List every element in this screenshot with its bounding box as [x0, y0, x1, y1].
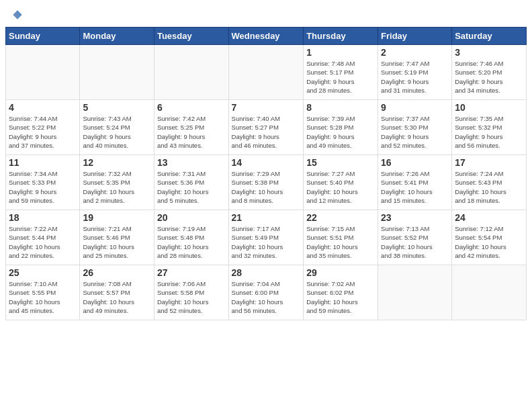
- day-info: Sunrise: 7:10 AMSunset: 5:55 PMDaylight:…: [9, 279, 77, 315]
- day-number: 1: [306, 47, 375, 58]
- day-number: 26: [83, 267, 151, 278]
- calendar-table: SundayMondayTuesdayWednesdayThursdayFrid…: [5, 27, 527, 320]
- day-number: 28: [232, 267, 301, 278]
- calendar-cell: 18Sunrise: 7:22 AMSunset: 5:44 PMDayligh…: [6, 210, 80, 265]
- day-info: Sunrise: 7:15 AMSunset: 5:51 PMDaylight:…: [306, 224, 375, 260]
- day-info: Sunrise: 7:40 AMSunset: 5:27 PMDaylight:…: [232, 114, 301, 150]
- calendar-cell: 3Sunrise: 7:46 AMSunset: 5:20 PMDaylight…: [452, 45, 527, 100]
- weekday-header-monday: Monday: [80, 28, 154, 45]
- calendar-cell: 17Sunrise: 7:24 AMSunset: 5:43 PMDayligh…: [452, 155, 527, 210]
- day-number: 25: [9, 267, 77, 278]
- calendar-cell: 19Sunrise: 7:21 AMSunset: 5:46 PMDayligh…: [80, 210, 154, 265]
- weekday-header-wednesday: Wednesday: [228, 28, 304, 45]
- day-number: 19: [83, 212, 151, 223]
- calendar-cell: 1Sunrise: 7:48 AMSunset: 5:17 PMDaylight…: [304, 45, 378, 100]
- calendar-cell: 28Sunrise: 7:04 AMSunset: 6:00 PMDayligh…: [228, 265, 304, 320]
- day-number: 21: [232, 212, 301, 223]
- calendar-cell: 16Sunrise: 7:26 AMSunset: 5:41 PMDayligh…: [378, 155, 452, 210]
- day-info: Sunrise: 7:39 AMSunset: 5:28 PMDaylight:…: [306, 114, 375, 150]
- calendar-cell: [154, 45, 228, 100]
- day-number: 5: [83, 102, 151, 113]
- calendar-cell: 29Sunrise: 7:02 AMSunset: 6:02 PMDayligh…: [304, 265, 378, 320]
- day-info: Sunrise: 7:48 AMSunset: 5:17 PMDaylight:…: [306, 59, 375, 95]
- week-row-5: 25Sunrise: 7:10 AMSunset: 5:55 PMDayligh…: [6, 265, 527, 320]
- week-row-4: 18Sunrise: 7:22 AMSunset: 5:44 PMDayligh…: [6, 210, 527, 265]
- day-info: Sunrise: 7:17 AMSunset: 5:49 PMDaylight:…: [232, 224, 301, 260]
- weekday-header-thursday: Thursday: [304, 28, 378, 45]
- calendar-cell: 25Sunrise: 7:10 AMSunset: 5:55 PMDayligh…: [6, 265, 80, 320]
- calendar-cell: 24Sunrise: 7:12 AMSunset: 5:54 PMDayligh…: [452, 210, 527, 265]
- weekday-header-tuesday: Tuesday: [154, 28, 228, 45]
- day-info: Sunrise: 7:43 AMSunset: 5:24 PMDaylight:…: [83, 114, 151, 150]
- day-number: 14: [232, 157, 301, 168]
- calendar-cell: [228, 45, 304, 100]
- weekday-header-row: SundayMondayTuesdayWednesdayThursdayFrid…: [6, 28, 527, 45]
- day-info: Sunrise: 7:13 AMSunset: 5:52 PMDaylight:…: [381, 224, 449, 260]
- day-number: 11: [9, 157, 77, 168]
- day-number: 2: [381, 47, 449, 58]
- day-number: 20: [157, 212, 226, 223]
- day-info: Sunrise: 7:47 AMSunset: 5:19 PMDaylight:…: [381, 59, 449, 95]
- calendar-cell: [6, 45, 80, 100]
- calendar-cell: 14Sunrise: 7:29 AMSunset: 5:38 PMDayligh…: [228, 155, 304, 210]
- day-info: Sunrise: 7:02 AMSunset: 6:02 PMDaylight:…: [306, 279, 375, 315]
- day-number: 18: [9, 212, 77, 223]
- day-info: Sunrise: 7:12 AMSunset: 5:54 PMDaylight:…: [455, 224, 523, 260]
- week-row-1: 1Sunrise: 7:48 AMSunset: 5:17 PMDaylight…: [6, 45, 527, 100]
- day-info: Sunrise: 7:27 AMSunset: 5:40 PMDaylight:…: [306, 169, 375, 205]
- calendar-cell: 10Sunrise: 7:35 AMSunset: 5:32 PMDayligh…: [452, 100, 527, 155]
- day-info: Sunrise: 7:22 AMSunset: 5:44 PMDaylight:…: [9, 224, 77, 260]
- day-info: Sunrise: 7:08 AMSunset: 5:57 PMDaylight:…: [83, 279, 151, 315]
- day-info: Sunrise: 7:24 AMSunset: 5:43 PMDaylight:…: [455, 169, 523, 205]
- page-header: [0, 0, 532, 27]
- day-info: Sunrise: 7:26 AMSunset: 5:41 PMDaylight:…: [381, 169, 449, 205]
- calendar-cell: 13Sunrise: 7:31 AMSunset: 5:36 PMDayligh…: [154, 155, 228, 210]
- day-number: 8: [306, 102, 375, 113]
- day-info: Sunrise: 7:06 AMSunset: 5:58 PMDaylight:…: [157, 279, 226, 315]
- day-info: Sunrise: 7:31 AMSunset: 5:36 PMDaylight:…: [157, 169, 226, 205]
- day-info: Sunrise: 7:42 AMSunset: 5:25 PMDaylight:…: [157, 114, 226, 150]
- weekday-header-friday: Friday: [378, 28, 452, 45]
- calendar-cell: 5Sunrise: 7:43 AMSunset: 5:24 PMDaylight…: [80, 100, 154, 155]
- week-row-2: 4Sunrise: 7:44 AMSunset: 5:22 PMDaylight…: [6, 100, 527, 155]
- calendar-cell: 8Sunrise: 7:39 AMSunset: 5:28 PMDaylight…: [304, 100, 378, 155]
- calendar-cell: 9Sunrise: 7:37 AMSunset: 5:30 PMDaylight…: [378, 100, 452, 155]
- weekday-header-saturday: Saturday: [452, 28, 527, 45]
- calendar-cell: 7Sunrise: 7:40 AMSunset: 5:27 PMDaylight…: [228, 100, 304, 155]
- day-number: 3: [455, 47, 523, 58]
- day-number: 16: [381, 157, 449, 168]
- day-info: Sunrise: 7:35 AMSunset: 5:32 PMDaylight:…: [455, 114, 523, 150]
- day-info: Sunrise: 7:46 AMSunset: 5:20 PMDaylight:…: [455, 59, 523, 95]
- logo: [11, 8, 27, 21]
- calendar-cell: 27Sunrise: 7:06 AMSunset: 5:58 PMDayligh…: [154, 265, 228, 320]
- day-info: Sunrise: 7:04 AMSunset: 6:00 PMDaylight:…: [232, 279, 301, 315]
- day-info: Sunrise: 7:44 AMSunset: 5:22 PMDaylight:…: [9, 114, 77, 150]
- day-number: 15: [306, 157, 375, 168]
- calendar-cell: 21Sunrise: 7:17 AMSunset: 5:49 PMDayligh…: [228, 210, 304, 265]
- calendar-cell: 4Sunrise: 7:44 AMSunset: 5:22 PMDaylight…: [6, 100, 80, 155]
- day-number: 22: [306, 212, 375, 223]
- day-info: Sunrise: 7:34 AMSunset: 5:33 PMDaylight:…: [9, 169, 77, 205]
- day-info: Sunrise: 7:37 AMSunset: 5:30 PMDaylight:…: [381, 114, 449, 150]
- day-number: 10: [455, 102, 523, 113]
- calendar-cell: 20Sunrise: 7:19 AMSunset: 5:48 PMDayligh…: [154, 210, 228, 265]
- calendar-cell: 11Sunrise: 7:34 AMSunset: 5:33 PMDayligh…: [6, 155, 80, 210]
- day-number: 9: [381, 102, 449, 113]
- calendar-cell: 6Sunrise: 7:42 AMSunset: 5:25 PMDaylight…: [154, 100, 228, 155]
- day-number: 4: [9, 102, 77, 113]
- calendar-cell: 26Sunrise: 7:08 AMSunset: 5:57 PMDayligh…: [80, 265, 154, 320]
- day-info: Sunrise: 7:21 AMSunset: 5:46 PMDaylight:…: [83, 224, 151, 260]
- day-info: Sunrise: 7:29 AMSunset: 5:38 PMDaylight:…: [232, 169, 301, 205]
- calendar-cell: 15Sunrise: 7:27 AMSunset: 5:40 PMDayligh…: [304, 155, 378, 210]
- day-number: 29: [306, 267, 375, 278]
- calendar-cell: [378, 265, 452, 320]
- day-number: 27: [157, 267, 226, 278]
- day-number: 7: [232, 102, 301, 113]
- logo-icon: [11, 8, 24, 21]
- weekday-header-sunday: Sunday: [6, 28, 80, 45]
- day-number: 12: [83, 157, 151, 168]
- calendar-cell: [452, 265, 527, 320]
- calendar-cell: 12Sunrise: 7:32 AMSunset: 5:35 PMDayligh…: [80, 155, 154, 210]
- day-number: 6: [157, 102, 226, 113]
- calendar-cell: 22Sunrise: 7:15 AMSunset: 5:51 PMDayligh…: [304, 210, 378, 265]
